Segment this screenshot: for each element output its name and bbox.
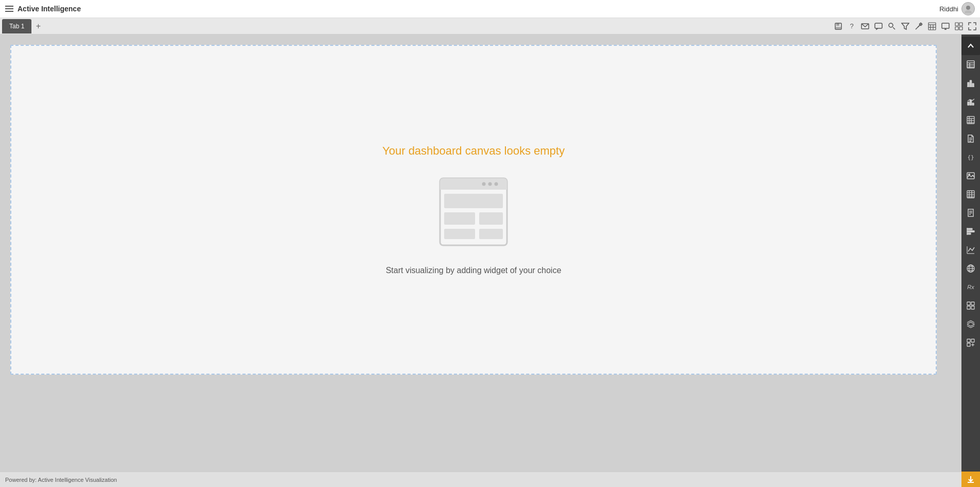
svg-rect-47 xyxy=(972,103,974,105)
svg-point-30 xyxy=(495,182,498,186)
empty-canvas-title: Your dashboard canvas looks empty xyxy=(382,144,565,158)
header-right: Riddhi xyxy=(939,2,975,15)
sidebar-vbar-chart-icon[interactable] xyxy=(961,241,980,259)
svg-rect-44 xyxy=(972,83,974,87)
sidebar-grid-icon[interactable] xyxy=(961,296,980,315)
bottom-bar: Powered by: Active Intelligence Visualiz… xyxy=(0,472,980,487)
svg-line-8 xyxy=(893,27,895,29)
svg-point-1 xyxy=(965,10,972,13)
filter-icon[interactable] xyxy=(900,21,911,32)
sidebar-table-icon[interactable] xyxy=(961,55,980,74)
sidebar-data-table-icon[interactable] xyxy=(961,185,980,204)
svg-rect-23 xyxy=(955,27,958,30)
svg-point-28 xyxy=(482,182,486,186)
canvas-area: Your dashboard canvas looks empty xyxy=(0,35,961,472)
sidebar-hbar-chart-icon[interactable] xyxy=(961,222,980,241)
save-icon[interactable] xyxy=(833,21,844,32)
tools-icon[interactable] xyxy=(913,21,924,32)
svg-rect-22 xyxy=(959,23,962,26)
main-content: Your dashboard canvas looks empty xyxy=(0,35,980,472)
header-left: Active Intelligence xyxy=(5,5,81,13)
svg-marker-9 xyxy=(902,23,909,29)
user-name-label: Riddhi xyxy=(939,5,958,13)
user-avatar[interactable] xyxy=(961,2,975,15)
tab-1-label: Tab 1 xyxy=(9,23,24,30)
svg-rect-13 xyxy=(928,23,936,30)
empty-canvas-subtitle: Start visualizing by adding widget of yo… xyxy=(386,266,562,275)
svg-point-0 xyxy=(966,6,970,10)
svg-rect-24 xyxy=(959,27,962,30)
svg-rect-4 xyxy=(836,27,841,29)
svg-point-29 xyxy=(488,182,492,186)
svg-rect-81 xyxy=(967,306,970,309)
sidebar-report-icon[interactable] xyxy=(961,204,980,222)
sidebar-document-icon[interactable] xyxy=(961,129,980,148)
svg-rect-87 xyxy=(967,339,970,342)
svg-rect-89 xyxy=(971,339,974,342)
svg-rect-32 xyxy=(444,212,475,225)
widget-icon[interactable] xyxy=(953,21,965,32)
svg-rect-46 xyxy=(970,100,972,105)
help-icon[interactable]: ? xyxy=(846,21,857,32)
svg-rect-35 xyxy=(479,229,503,239)
svg-rect-33 xyxy=(479,212,503,225)
svg-rect-31 xyxy=(444,194,503,208)
sidebar-network-icon[interactable] xyxy=(961,259,980,278)
app-title: Active Intelligence xyxy=(18,5,81,13)
sidebar-bar-chart-icon[interactable] xyxy=(961,74,980,92)
svg-rect-79 xyxy=(967,302,970,305)
svg-rect-70 xyxy=(967,231,974,232)
chat-icon[interactable] xyxy=(873,21,884,32)
monitor-icon[interactable] xyxy=(940,21,951,32)
sidebar-add-widget-icon[interactable] xyxy=(961,333,980,352)
svg-rect-88 xyxy=(967,343,970,346)
svg-rect-3 xyxy=(836,23,839,26)
search-icon[interactable] xyxy=(886,21,898,32)
svg-rect-18 xyxy=(942,23,949,28)
sidebar-pivot-icon[interactable] xyxy=(961,111,980,129)
mail-icon[interactable] xyxy=(859,21,871,32)
empty-canvas-illustration xyxy=(430,168,517,256)
add-tab-button[interactable]: + xyxy=(32,21,44,32)
powered-by-label: Powered by: Active Intelligence Visualiz… xyxy=(5,477,117,483)
svg-rect-82 xyxy=(971,306,974,309)
svg-rect-80 xyxy=(971,302,974,305)
expand-icon[interactable] xyxy=(967,21,978,32)
sidebar-combo-chart-icon[interactable] xyxy=(961,92,980,111)
svg-rect-6 xyxy=(875,23,882,28)
tab-bar: Tab 1 + ? xyxy=(0,18,980,35)
svg-rect-71 xyxy=(967,233,971,234)
svg-rect-43 xyxy=(970,80,972,87)
svg-point-7 xyxy=(889,23,893,27)
sidebar-scroll-up-icon[interactable] xyxy=(961,37,980,55)
dashboard-canvas: Your dashboard canvas looks empty xyxy=(10,45,937,375)
app-header: Active Intelligence Riddhi xyxy=(0,0,980,18)
svg-rect-21 xyxy=(955,23,958,26)
grid-icon[interactable] xyxy=(926,21,938,32)
svg-rect-69 xyxy=(967,228,972,230)
sidebar-json-icon[interactable]: {} xyxy=(961,148,980,166)
download-button[interactable] xyxy=(961,472,980,487)
sidebar-image-icon[interactable] xyxy=(961,166,980,185)
tab-1[interactable]: Tab 1 xyxy=(2,19,31,33)
hamburger-menu-icon[interactable] xyxy=(5,6,13,12)
sidebar-formula-icon[interactable]: Rx xyxy=(961,278,980,296)
svg-rect-34 xyxy=(444,229,475,239)
right-sidebar: {} xyxy=(961,35,980,472)
svg-rect-42 xyxy=(968,82,969,87)
add-tab-icon: + xyxy=(36,22,41,31)
sidebar-layers-icon[interactable] xyxy=(961,315,980,333)
svg-rect-45 xyxy=(968,102,969,105)
